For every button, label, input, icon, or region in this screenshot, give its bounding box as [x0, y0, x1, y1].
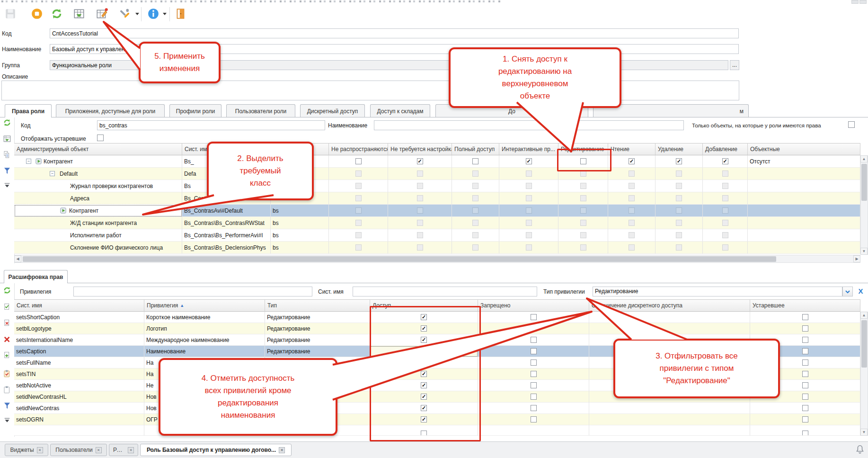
add-table-icon[interactable] [3, 135, 11, 144]
column-header-Привилегия[interactable]: Привилегия ▲ [144, 299, 265, 312]
more-icon[interactable] [3, 416, 11, 426]
obsolete-checkbox[interactable] [802, 371, 808, 377]
close-tab-icon[interactable]: ✕ [128, 447, 134, 453]
stop-button[interactable] [30, 8, 44, 21]
close-tab-icon[interactable]: ✕ [279, 447, 285, 453]
refresh-icon[interactable] [3, 286, 11, 296]
show-obsolete-checkbox[interactable] [97, 135, 104, 141]
apply-changes-button[interactable] [95, 8, 108, 21]
column-header-Тип[interactable]: Тип [265, 299, 370, 312]
permission-checkbox[interactable]: ✓ [629, 158, 635, 164]
tab-Пользователи роли[interactable]: Пользователи роли [226, 104, 295, 117]
tree-collapse-icon[interactable]: − [50, 171, 55, 176]
table-row[interactable]: Склонение ФИО физического лицаBs_Contras… [14, 242, 860, 254]
type-filter-combobox[interactable]: Редактирование [593, 287, 842, 296]
tab-Дискретный доступ[interactable]: Дискретный доступ [300, 104, 365, 117]
reject-document-icon[interactable] [3, 319, 11, 329]
clear-filter-icon[interactable]: X [855, 286, 866, 296]
column-header-Добавление[interactable]: Добавление [703, 143, 748, 155]
permission-checkbox[interactable]: ✓ [676, 158, 682, 164]
code-input[interactable] [50, 28, 739, 38]
scroll-up-icon[interactable]: ▲ [860, 312, 868, 319]
tab-Профили роли[interactable]: Профили роли [169, 104, 221, 117]
forbidden-checkbox[interactable] [531, 325, 537, 332]
obsolete-checkbox[interactable] [802, 314, 808, 320]
info-button[interactable] [147, 8, 160, 21]
table-row[interactable]: Исполнители работBs_Contras\Bs_Performer… [14, 229, 860, 242]
column-header-Запрещено[interactable]: Запрещено [478, 299, 589, 312]
column-header-Не распространяются н...[interactable]: Не распространяются н... [329, 143, 388, 155]
forbidden-checkbox[interactable] [531, 371, 537, 377]
close-tab-icon[interactable]: ✕ [96, 447, 102, 453]
filter-icon[interactable] [3, 167, 11, 177]
delete-red-icon[interactable] [3, 335, 11, 345]
column-header-Интерактивные пр...[interactable]: Интерактивные пр... [499, 143, 558, 155]
priv-filter-input[interactable] [73, 287, 312, 296]
tab-decode-rights[interactable]: Расшифровка прав [4, 270, 68, 283]
table-row[interactable]: КонтрагентBs_ContrasAvi#Defaultbs [14, 205, 860, 217]
paste-check-icon[interactable] [3, 369, 11, 379]
window-tab-Роли[interactable]: Роли✕ [109, 444, 138, 456]
forbidden-checkbox[interactable] [531, 405, 537, 411]
permission-checkbox[interactable]: ✓ [417, 158, 423, 164]
column-header-Ограничение дискретного доступа[interactable]: Ограничение дискретного доступа [589, 299, 750, 312]
column-header-Удаление[interactable]: Удаление [655, 143, 703, 155]
obsolete-checkbox[interactable] [802, 431, 808, 436]
tab-Доступ к складам[interactable]: Доступ к складам [370, 104, 430, 117]
only-objects-checkbox[interactable] [848, 121, 855, 128]
obsolete-checkbox[interactable] [802, 359, 808, 366]
group-more-button[interactable]: ... [730, 60, 739, 70]
rights-code-input[interactable] [97, 120, 325, 130]
column-header-Администрируемый объект[interactable]: Администрируемый объект [14, 143, 182, 155]
tools-button[interactable] [119, 8, 133, 21]
sys-filter-input[interactable] [353, 287, 537, 296]
refresh-icon[interactable] [3, 118, 11, 128]
obsolete-checkbox[interactable] [802, 416, 808, 422]
forbidden-checkbox[interactable] [531, 359, 537, 366]
accept-document-icon[interactable] [3, 303, 11, 313]
objects-hscroll-thumb[interactable] [23, 256, 776, 262]
exit-button[interactable] [174, 8, 187, 21]
forbidden-checkbox[interactable] [531, 394, 537, 400]
tab-Права роли[interactable]: Права роли [5, 104, 52, 117]
description-textarea[interactable] [1, 81, 739, 100]
tree-collapse-icon[interactable]: − [26, 159, 31, 164]
tree-cell[interactable]: Адреса [14, 192, 182, 205]
tree-cell[interactable]: −Default [14, 168, 182, 180]
column-header-Полный доступ[interactable]: Полный доступ [452, 143, 499, 155]
objects-vscroll-thumb[interactable] [861, 164, 867, 201]
forbidden-checkbox[interactable] [531, 382, 537, 388]
column-header-Сист. имя[interactable]: Сист. имя [14, 299, 144, 312]
forbidden-checkbox[interactable] [531, 416, 537, 422]
forbidden-checkbox[interactable] [531, 348, 537, 354]
close-tab-icon[interactable]: ✕ [37, 447, 43, 453]
info-dropdown-icon[interactable] [163, 13, 167, 15]
tab-Приложения, доступные для роли[interactable]: Приложения, доступные для роли [56, 104, 165, 117]
column-header-Чтение[interactable]: Чтение [608, 143, 655, 155]
scroll-left-icon[interactable]: ◀ [14, 255, 21, 262]
column-header-Объектные[interactable]: Объектные [748, 143, 860, 155]
table-row[interactable]: Ж/Д станции контрагентаBs_Contras\Bs_Con… [14, 217, 860, 229]
table-row[interactable]: Журнал проверки контрагентовBs [14, 180, 860, 192]
window-tab-Виджеты[interactable]: Виджеты✕ [5, 444, 48, 456]
scroll-up-icon[interactable]: ▲ [860, 155, 868, 162]
more-icon[interactable] [3, 181, 11, 191]
obsolete-checkbox[interactable] [802, 348, 808, 354]
window-tab-Роль Базовый доступ к управлению догово...[interactable]: Роль Базовый доступ к управлению догово.… [140, 444, 292, 456]
table-row[interactable]: −КонтрагентBs_✓✓✓✓✓Отсутст [14, 155, 860, 168]
tools-dropdown-icon[interactable] [135, 13, 139, 15]
scroll-right-icon[interactable]: ▶ [853, 255, 860, 262]
permission-checkbox[interactable] [355, 158, 362, 164]
tree-cell[interactable]: Журнал проверки контрагентов [14, 180, 182, 192]
load-table-button[interactable] [72, 8, 86, 21]
tree-cell[interactable]: Контрагент [14, 205, 182, 217]
filter-icon[interactable] [3, 402, 11, 412]
column-header-Не требуется настройка п...[interactable]: Не требуется настройка п... [388, 143, 452, 155]
refresh-button[interactable] [50, 8, 63, 21]
obsolete-checkbox[interactable] [802, 325, 808, 332]
tree-cell[interactable]: Ж/Д станции контрагента [14, 217, 182, 229]
table-row[interactable]: АдресаBs_Contras\Bs_SettlerAdressAvbs [14, 192, 860, 205]
table-row[interactable]: −DefaultDefa [14, 168, 860, 180]
column-header-Устаревшее[interactable]: Устаревшее [750, 299, 860, 312]
scroll-down-icon[interactable]: ▼ [860, 429, 868, 436]
